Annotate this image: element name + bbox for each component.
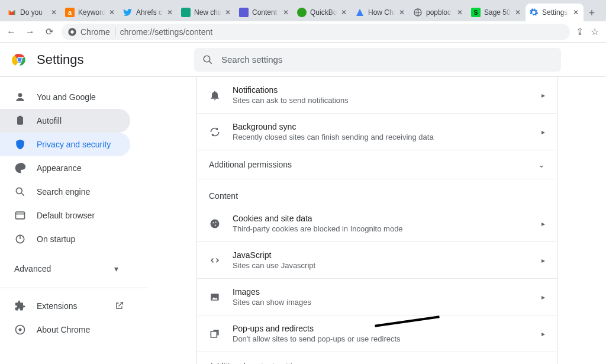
open-in-new-icon — [115, 301, 124, 312]
sidebar-item-extensions[interactable]: Extensions — [0, 294, 130, 318]
person-icon — [14, 91, 26, 103]
row-notifications[interactable]: Notifications Sites can ask to send noti… — [197, 77, 557, 114]
browser-tab[interactable]: Content ✕ — [236, 4, 294, 21]
browser-tab[interactable]: Ahrefs c ✕ — [120, 4, 178, 21]
browser-tab[interactable]: How Cha ✕ — [352, 4, 410, 21]
tab-close-icon[interactable]: ✕ — [109, 8, 116, 17]
section-label: Additional content settings — [209, 362, 305, 364]
svg-rect-10 — [19, 116, 22, 118]
extension-icon — [14, 300, 26, 312]
sync-icon — [209, 126, 221, 138]
settings-card: Notifications Sites can ask to send noti… — [196, 77, 557, 364]
browser-tabstrip: Do you ✕ a Keyword ✕ Ahrefs c ✕ New cha … — [0, 0, 606, 21]
row-subtitle: Don't allow sites to send pop-ups or use… — [233, 334, 530, 343]
browser-toolbar: ← → ⟳ Chrome chrome://settings/content ⇪… — [0, 21, 606, 43]
row-subtitle: Third-party cookies are blocked in Incog… — [233, 224, 530, 233]
openai-icon — [181, 8, 191, 17]
sidebar-item-label: Appearance — [37, 163, 82, 173]
sage-icon: S — [471, 8, 481, 17]
twitter-icon — [123, 8, 133, 17]
forward-button[interactable]: → — [24, 27, 37, 37]
sidebar-item-you-and-google[interactable]: You and Google — [0, 85, 130, 109]
chrome-logo-icon — [12, 52, 27, 67]
browser-tab[interactable]: popbloc ✕ — [410, 4, 468, 21]
advanced-label: Advanced — [14, 264, 51, 273]
svg-point-19 — [211, 219, 220, 228]
browser-tab[interactable]: New cha ✕ — [178, 4, 236, 21]
bookmark-icon[interactable]: ☆ — [591, 26, 599, 37]
sidebar-item-default-browser[interactable]: Default browser — [0, 204, 130, 227]
row-images[interactable]: Images Sites can show images ▸ — [197, 279, 557, 315]
tab-close-icon[interactable]: ✕ — [51, 8, 58, 17]
svg-point-21 — [215, 221, 217, 223]
additional-permissions-toggle[interactable]: Additional permissions ⌄ — [197, 150, 557, 179]
tab-close-icon[interactable]: ✕ — [399, 8, 406, 17]
sidebar-item-on-startup[interactable]: On startup — [0, 227, 130, 251]
tab-close-icon[interactable]: ✕ — [573, 8, 580, 17]
row-subtitle: Recently closed sites can finish sending… — [233, 133, 530, 141]
tab-close-icon[interactable]: ✕ — [515, 8, 522, 17]
browser-icon — [14, 210, 26, 221]
row-subtitle: Sites can ask to send notifications — [233, 96, 530, 105]
tab-close-icon[interactable]: ✕ — [167, 8, 174, 17]
tab-close-icon[interactable]: ✕ — [283, 8, 290, 17]
chrome-icon — [14, 324, 26, 336]
svg-line-12 — [22, 194, 24, 196]
sidebar-item-label: Autofill — [37, 116, 62, 125]
svg-point-11 — [16, 188, 22, 194]
tab-title: QuickBo — [310, 8, 337, 17]
back-button[interactable]: ← — [5, 27, 18, 37]
row-background-sync[interactable]: Background sync Recently closed sites ca… — [197, 114, 557, 150]
svg-rect-9 — [17, 117, 23, 124]
chevron-right-icon: ▸ — [541, 220, 545, 228]
sidebar-item-about-chrome[interactable]: About Chrome — [0, 318, 130, 342]
browser-tab[interactable]: S Sage 50 ✕ — [468, 4, 526, 21]
row-cookies[interactable]: Cookies and site data Third-party cookie… — [197, 205, 557, 242]
sidebar-advanced-toggle[interactable]: Advanced ▾ — [0, 251, 148, 284]
chevron-right-icon: ▸ — [541, 256, 545, 265]
row-title: Cookies and site data — [233, 214, 530, 223]
settings-sidebar: You and Google Autofill Privacy and secu… — [0, 77, 148, 364]
svg-point-20 — [212, 222, 214, 223]
cookie-icon — [209, 218, 221, 230]
gmail-icon — [7, 8, 17, 17]
browser-tab[interactable]: Do you ✕ — [4, 4, 62, 21]
additional-content-toggle[interactable]: Additional content settings ⌄ — [197, 352, 557, 364]
row-javascript[interactable]: JavaScript Sites can use Javascript ▸ — [197, 242, 557, 279]
svg-point-18 — [19, 328, 22, 331]
browser-tab-active[interactable]: Settings ✕ — [526, 4, 584, 21]
address-bar[interactable]: Chrome chrome://settings/content — [62, 24, 570, 40]
tab-close-icon[interactable]: ✕ — [341, 8, 348, 17]
sidebar-item-search-engine[interactable]: Search engine — [0, 180, 130, 204]
svg-point-2 — [70, 30, 73, 33]
quickbooks-icon — [297, 8, 307, 17]
sidebar-item-privacy-security[interactable]: Privacy and security — [0, 133, 130, 156]
tab-close-icon[interactable]: ✕ — [225, 8, 232, 17]
palette-icon — [14, 162, 26, 174]
chevron-right-icon: ▸ — [541, 330, 545, 338]
new-tab-button[interactable]: + — [584, 5, 600, 21]
sidebar-item-label: Default browser — [37, 211, 95, 220]
browser-tab[interactable]: QuickBo ✕ — [294, 4, 352, 21]
svg-line-7 — [209, 61, 212, 64]
svg-point-6 — [204, 56, 210, 62]
chrome-small-icon — [67, 27, 77, 37]
row-title: Background sync — [233, 122, 530, 131]
row-title: Notifications — [233, 85, 530, 95]
tab-title: Do you — [20, 8, 47, 17]
svg-rect-13 — [16, 212, 25, 219]
chevron-down-icon: ⌄ — [538, 160, 545, 169]
share-icon[interactable]: ⇪ — [576, 26, 584, 37]
browser-tab[interactable]: a Keyword ✕ — [62, 4, 120, 21]
sidebar-item-autofill[interactable]: Autofill — [0, 109, 130, 133]
search-placeholder: Search settings — [221, 54, 282, 65]
tab-title: Keyword — [78, 8, 105, 17]
row-popups-redirects[interactable]: Pop-ups and redirects Don't allow sites … — [197, 315, 557, 352]
tab-close-icon[interactable]: ✕ — [457, 8, 464, 17]
ahrefs-icon: a — [65, 8, 75, 17]
sidebar-item-appearance[interactable]: Appearance — [0, 156, 130, 180]
search-settings-input[interactable]: Search settings — [194, 48, 561, 72]
tab-title: Ahrefs c — [136, 8, 163, 17]
reload-button[interactable]: ⟳ — [43, 26, 56, 37]
section-label: Additional permissions — [209, 160, 292, 169]
